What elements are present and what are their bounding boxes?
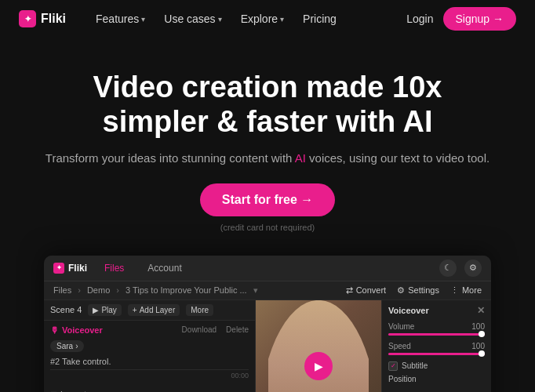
- speed-label: Speed 100: [388, 342, 485, 350]
- app-logo-text: Fliki: [68, 263, 87, 274]
- signup-button[interactable]: Signup →: [443, 7, 516, 31]
- breadcrumb-arrow: ›: [116, 285, 119, 295]
- close-icon[interactable]: ✕: [477, 305, 485, 316]
- nav-use-cases[interactable]: Use cases ▾: [156, 8, 229, 30]
- subtitle-checkbox[interactable]: ✓: [388, 361, 398, 371]
- moon-icon[interactable]: ☾: [439, 260, 457, 277]
- app-logo-icon: ✦: [53, 263, 64, 274]
- volume-slider[interactable]: [388, 333, 485, 336]
- microphone-icon: 🎙: [50, 325, 59, 335]
- speed-slider[interactable]: [388, 353, 485, 355]
- hero-title: Video creation made 10x simpler & faster…: [64, 71, 471, 139]
- position-label: Position: [388, 375, 417, 383]
- more-options-button[interactable]: More: [186, 304, 213, 316]
- logo-icon: ✦: [19, 10, 36, 27]
- panel-title: Voiceover: [388, 306, 429, 315]
- app-topbar: ✦ Fliki Files Account ☾ ⚙: [44, 256, 491, 281]
- logo-text: Fliki: [41, 12, 66, 26]
- download-link[interactable]: Download: [182, 325, 217, 334]
- logo[interactable]: ✦ Fliki: [19, 10, 66, 27]
- app-main: Scene 4 ▶ Play + Add Layer More 🎙 Voiceo…: [44, 300, 491, 392]
- start-free-button[interactable]: Start for free →: [200, 183, 335, 216]
- app-logo: ✦ Fliki: [53, 263, 87, 274]
- position-row: Position: [388, 375, 485, 383]
- speed-fill: [388, 353, 485, 355]
- chevron-right-icon: ›: [75, 342, 78, 350]
- tab-files[interactable]: Files: [98, 260, 130, 276]
- credit-note: (credit card not required): [16, 223, 519, 232]
- sara-tag[interactable]: Sara ›: [50, 340, 84, 352]
- breadcrumb-arrow: ›: [78, 285, 81, 295]
- time-display: 00:00: [50, 369, 249, 381]
- more-icon: ⋮: [450, 285, 459, 296]
- video-preview: ▶: [256, 300, 381, 392]
- subtitle-label: Subtitle: [402, 361, 428, 370]
- breadcrumb-actions: ⇄ Convert ⚙ Settings ⋮ More: [346, 285, 482, 296]
- scene-header: Scene 4 ▶ Play + Add Layer More: [44, 300, 255, 321]
- hero-section: Video creation made 10x simpler & faster…: [0, 38, 535, 248]
- volume-thumb[interactable]: [479, 331, 485, 337]
- play-button[interactable]: ▶ Play: [88, 304, 121, 316]
- nav-links: Features ▾ Use cases ▾ Explore ▾ Pricing: [88, 8, 406, 30]
- speed-value: 100: [471, 342, 485, 350]
- speed-thumb[interactable]: [479, 350, 485, 357]
- volume-slider-row: Volume 100: [388, 322, 485, 336]
- scene-label: Scene 4: [50, 305, 82, 314]
- gear-icon: ⚙: [397, 285, 405, 296]
- chevron-down-icon[interactable]: ▾: [253, 285, 258, 296]
- convert-icon: ⇄: [346, 285, 353, 296]
- volume-value: 100: [471, 322, 485, 331]
- play-icon: ▶: [93, 306, 99, 314]
- voiceover-section: 🎙 Voiceover Download Delete Sara › #2 Ta…: [44, 321, 255, 386]
- navbar: ✦ Fliki Features ▾ Use cases ▾ Explore ▾…: [0, 0, 535, 38]
- delete-link[interactable]: Delete: [226, 325, 249, 334]
- breadcrumb-file[interactable]: 3 Tips to Improve Your Public ...: [126, 285, 247, 295]
- panel-header: Voiceover ✕: [388, 305, 485, 316]
- video-play-button[interactable]: ▶: [304, 352, 333, 380]
- settings-button[interactable]: ⚙ Settings: [397, 285, 439, 296]
- settings-icon[interactable]: ⚙: [464, 260, 482, 277]
- speed-slider-row: Speed 100: [388, 342, 485, 355]
- layout-label: ⊞ Layout: [44, 386, 255, 392]
- right-panel: Voiceover ✕ Volume 100 Speed 100: [381, 300, 491, 392]
- convert-button[interactable]: ⇄ Convert: [346, 285, 387, 296]
- breadcrumb-files[interactable]: Files: [53, 285, 71, 295]
- tab-account[interactable]: Account: [141, 260, 187, 276]
- add-icon: +: [133, 306, 137, 314]
- breadcrumb: Files › Demo › 3 Tips to Improve Your Pu…: [44, 281, 491, 300]
- subtitle-checkbox-row: ✓ Subtitle: [388, 361, 485, 371]
- voiceover-label: 🎙 Voiceover Download Delete: [50, 325, 249, 335]
- app-topbar-right: ☾ ⚙: [439, 260, 482, 277]
- nav-explore[interactable]: Explore ▾: [233, 8, 292, 30]
- app-preview: ✦ Fliki Files Account ☾ ⚙ Files › Demo ›…: [44, 256, 491, 392]
- volume-fill: [388, 333, 485, 336]
- chevron-down-icon: ▾: [218, 15, 222, 24]
- nav-pricing[interactable]: Pricing: [295, 8, 344, 30]
- hero-subtitle: Transform your ideas into stunning conte…: [16, 150, 519, 168]
- volume-label: Volume 100: [388, 322, 485, 331]
- nav-right: Login Signup →: [406, 7, 516, 31]
- nav-features[interactable]: Features ▾: [88, 8, 153, 30]
- chevron-down-icon: ▾: [280, 15, 284, 24]
- more-button[interactable]: ⋮ More: [450, 285, 482, 296]
- login-button[interactable]: Login: [406, 13, 433, 25]
- add-layer-button[interactable]: + Add Layer: [128, 304, 180, 316]
- left-panel: Scene 4 ▶ Play + Add Layer More 🎙 Voiceo…: [44, 300, 256, 392]
- breadcrumb-demo[interactable]: Demo: [87, 285, 110, 295]
- take-control-text: #2 Take control.: [50, 357, 249, 366]
- chevron-down-icon: ▾: [141, 15, 145, 24]
